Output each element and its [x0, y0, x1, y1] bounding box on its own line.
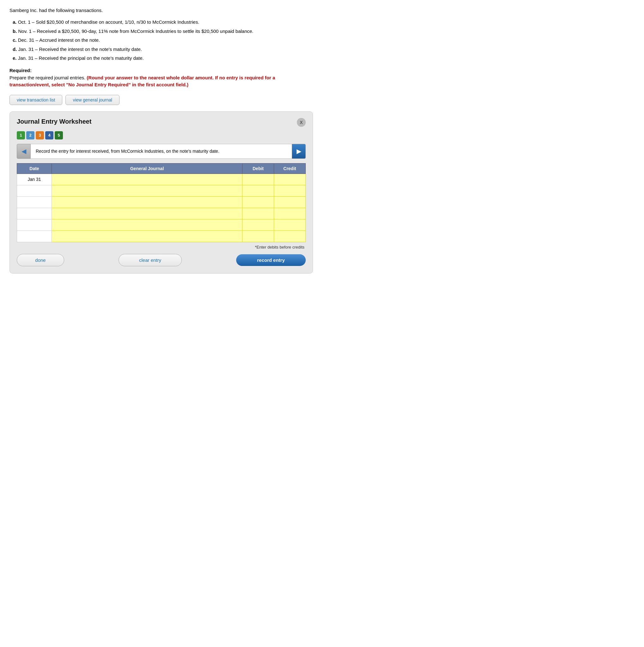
journal-input-3[interactable]: [52, 197, 242, 208]
transaction-e-label: e.: [13, 55, 17, 61]
worksheet-container: Journal Entry Worksheet X 1 2 3 4 5 ◀ Re…: [9, 111, 313, 274]
required-section: Required: Prepare the required journal e…: [9, 68, 313, 88]
transaction-d-label: d.: [13, 47, 17, 52]
journal-input-2[interactable]: [52, 185, 242, 196]
step-5-badge[interactable]: 5: [55, 131, 63, 139]
col-journal-header: General Journal: [52, 163, 242, 173]
credit-input-4[interactable]: [274, 208, 305, 219]
date-cell-4: [17, 208, 52, 219]
credit-cell-5[interactable]: [274, 219, 306, 230]
worksheet-title: Journal Entry Worksheet: [17, 118, 91, 125]
view-general-journal-button[interactable]: view general journal: [66, 95, 119, 105]
done-button[interactable]: done: [17, 254, 64, 266]
journal-input-6[interactable]: [52, 231, 242, 242]
debit-input-5[interactable]: [242, 219, 274, 230]
transaction-a: a. Oct. 1 – Sold $20,500 of merchandise …: [13, 19, 313, 26]
bottom-buttons: done clear entry record entry: [17, 254, 306, 266]
required-body: Prepare the required journal entries. (R…: [9, 74, 313, 88]
step-1-badge[interactable]: 1: [17, 131, 25, 139]
transaction-b-label: b.: [13, 28, 17, 34]
nav-left-arrow-icon: ◀: [21, 147, 26, 155]
record-entry-button[interactable]: record entry: [236, 254, 306, 266]
nav-next-button[interactable]: ▶: [292, 144, 306, 159]
transaction-c-text: Dec. 31 – Accrued interest on the note.: [18, 37, 100, 43]
intro-text: Samberg Inc. had the following transacti…: [9, 8, 313, 13]
footer-note: *Enter debits before credits: [17, 245, 306, 249]
required-label: Required:: [9, 68, 313, 73]
close-button[interactable]: X: [297, 118, 306, 127]
credit-input-5[interactable]: [274, 219, 305, 230]
credit-cell-2[interactable]: [274, 185, 306, 196]
col-credit-header: Credit: [274, 163, 306, 173]
table-row: [17, 208, 306, 219]
step-2-badge[interactable]: 2: [26, 131, 34, 139]
journal-cell-3[interactable]: [52, 196, 242, 208]
date-cell-6: [17, 230, 52, 242]
step-3-badge[interactable]: 3: [36, 131, 44, 139]
credit-cell-6[interactable]: [274, 230, 306, 242]
table-row: [17, 185, 306, 196]
transaction-e-text: Jan. 31 – Received the principal on the …: [18, 55, 144, 61]
debit-cell-5[interactable]: [242, 219, 274, 230]
col-date-header: Date: [17, 163, 52, 173]
journal-cell-5[interactable]: [52, 219, 242, 230]
required-body-plain: Prepare the required journal entries.: [9, 75, 85, 80]
transactions-list: a. Oct. 1 – Sold $20,500 of merchandise …: [9, 19, 313, 62]
credit-input-2[interactable]: [274, 185, 305, 196]
nav-instruction-row: ◀ Record the entry for interest received…: [17, 144, 306, 159]
view-transaction-list-button[interactable]: view transaction list: [9, 95, 62, 105]
journal-cell-1[interactable]: [52, 173, 242, 185]
journal-input-1[interactable]: [52, 174, 242, 185]
transaction-c-label: c.: [13, 37, 17, 43]
debit-input-3[interactable]: [242, 197, 274, 208]
table-row: Jan 31: [17, 173, 306, 185]
clear-entry-button[interactable]: clear entry: [118, 254, 182, 266]
debit-cell-1[interactable]: [242, 173, 274, 185]
date-cell-3: [17, 196, 52, 208]
journal-cell-2[interactable]: [52, 185, 242, 196]
debit-cell-3[interactable]: [242, 196, 274, 208]
date-cell-5: [17, 219, 52, 230]
nav-right-arrow-icon: ▶: [297, 147, 301, 155]
nav-prev-button[interactable]: ◀: [17, 144, 31, 159]
journal-cell-4[interactable]: [52, 208, 242, 219]
worksheet-header: Journal Entry Worksheet X: [17, 118, 306, 127]
date-cell-2: [17, 185, 52, 196]
table-row: [17, 196, 306, 208]
journal-cell-6[interactable]: [52, 230, 242, 242]
credit-cell-1[interactable]: [274, 173, 306, 185]
transaction-d: d. Jan. 31 – Received the interest on th…: [13, 46, 313, 53]
debit-input-6[interactable]: [242, 231, 274, 242]
date-cell-1: Jan 31: [17, 173, 52, 185]
step-indicators: 1 2 3 4 5: [17, 131, 306, 139]
debit-input-4[interactable]: [242, 208, 274, 219]
credit-input-3[interactable]: [274, 197, 305, 208]
transaction-d-text: Jan. 31 – Received the interest on the n…: [18, 47, 142, 52]
credit-cell-4[interactable]: [274, 208, 306, 219]
transaction-a-label: a.: [13, 19, 17, 25]
col-debit-header: Debit: [242, 163, 274, 173]
debit-cell-2[interactable]: [242, 185, 274, 196]
transaction-a-text: Oct. 1 – Sold $20,500 of merchandise on …: [18, 19, 199, 25]
table-row: [17, 219, 306, 230]
top-buttons: view transaction list view general journ…: [9, 95, 313, 105]
instruction-box: Record the entry for interest received, …: [31, 144, 292, 159]
transaction-e: e. Jan. 31 – Received the principal on t…: [13, 55, 313, 62]
table-row: [17, 230, 306, 242]
debit-cell-6[interactable]: [242, 230, 274, 242]
step-4-badge[interactable]: 4: [45, 131, 54, 139]
transaction-c: c. Dec. 31 – Accrued interest on the not…: [13, 37, 313, 44]
credit-cell-3[interactable]: [274, 196, 306, 208]
debit-cell-4[interactable]: [242, 208, 274, 219]
debit-input-1[interactable]: [242, 174, 274, 185]
transaction-b-text: Nov. 1 – Received a $20,500, 90-day, 11%…: [18, 28, 254, 34]
journal-table: Date General Journal Debit Credit Jan 31: [17, 163, 306, 242]
transaction-b: b. Nov. 1 – Received a $20,500, 90-day, …: [13, 28, 313, 35]
journal-input-5[interactable]: [52, 219, 242, 230]
credit-input-1[interactable]: [274, 174, 305, 185]
journal-input-4[interactable]: [52, 208, 242, 219]
credit-input-6[interactable]: [274, 231, 305, 242]
debit-input-2[interactable]: [242, 185, 274, 196]
